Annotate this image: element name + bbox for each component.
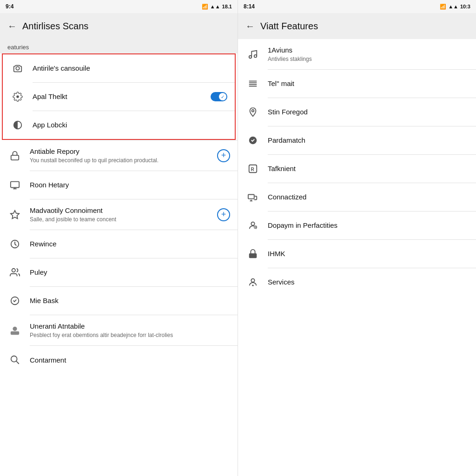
svg-point-27	[251, 222, 254, 225]
item-title-puley: Puley	[30, 268, 230, 277]
svg-point-8	[12, 269, 15, 272]
antiable-plus[interactable]: +	[217, 149, 230, 162]
list-item-contarment[interactable]: Contarment	[0, 346, 238, 374]
item-subtitle-madvaotily: Salle, and josible to teame concent	[30, 216, 213, 224]
list-item-tafknient[interactable]: R Tafknient	[238, 155, 476, 183]
plus-button-2[interactable]: +	[217, 208, 230, 221]
person-badge-icon: i	[245, 218, 260, 233]
svg-point-14	[249, 55, 252, 58]
item-content-puley: Puley	[30, 268, 230, 277]
list-item-connactized[interactable]: Connactized	[238, 183, 476, 211]
camera-icon	[10, 61, 25, 76]
right-back-button[interactable]: ←	[245, 21, 255, 32]
item-title-pardamatch: Pardamatch	[268, 136, 469, 145]
item-title-antiable: Antiable Repory	[30, 147, 213, 156]
left-page-title: Antirlises Scans	[22, 21, 88, 32]
right-header: ← Viatt Features	[238, 13, 476, 39]
search-icon	[7, 352, 22, 367]
item-title-applock: App Lobcki	[33, 120, 227, 130]
left-time: 9:4	[6, 3, 13, 10]
item-title-dopaym: Dopaym in Perfactities	[268, 221, 469, 230]
circle-half-icon	[10, 118, 25, 132]
list-item-ihmk[interactable]: IHMK	[238, 240, 476, 268]
svg-rect-24	[248, 195, 254, 199]
item-content-madvaotily: Madvaotily Connoiment Salle, and josible…	[30, 206, 213, 223]
item-subtitle-uneranti: Pesblect foy erat obemtions altir beadej…	[30, 332, 230, 339]
item-title-stin-foregod: Stin Foregod	[268, 107, 469, 117]
plus-button[interactable]: +	[217, 149, 230, 162]
right-status-icons: 📶 ▲▲ 10:3	[440, 4, 470, 10]
item-subtitle-antiable: You nustall beconifed up to quil preciat…	[30, 157, 213, 165]
right-battery: 10:3	[460, 4, 470, 9]
person-service-icon	[245, 275, 260, 290]
svg-text:i: i	[255, 226, 256, 229]
item-subtitle-1aviuns: Antivlies staklings	[268, 56, 469, 63]
list-item-1aviuns[interactable]: 1Aviuns Antivlies staklings	[238, 39, 476, 69]
lock-solid-icon	[245, 246, 260, 261]
item-title-antivirle: Antirile's cansouile	[33, 64, 227, 73]
item-title-services: Services	[268, 278, 469, 287]
item-title-contarment: Contarment	[30, 356, 230, 365]
list-item-puley[interactable]: Puley	[0, 258, 238, 286]
item-content-mie-bask: Mie Bask	[30, 296, 230, 305]
left-scroll-area: Antiable Repory You nustall beconifed up…	[0, 140, 238, 476]
left-status-bar: 9:4 📶 ▲▲ 18.1	[0, 0, 238, 13]
list-item-dopaym[interactable]: i Dopaym in Perfactities	[238, 212, 476, 239]
right-panel: 8:14 📶 ▲▲ 10:3 ← Viatt Features 1Aviuns …	[238, 0, 476, 476]
item-title-roon: Roon Hetary	[30, 180, 230, 190]
list-item-apal-thelkt[interactable]: Apal Thelkt	[3, 83, 235, 111]
left-section-label: eaturies	[0, 39, 238, 53]
list-item-rewince[interactable]: Rewince	[0, 230, 238, 258]
right-time: 8:14	[244, 3, 255, 10]
list-item-app-lock[interactable]: App Lobcki	[3, 111, 235, 139]
item-title-mie-bask: Mie Bask	[30, 296, 230, 305]
madvaotily-plus[interactable]: +	[217, 208, 230, 221]
right-wifi-icon: 📶	[440, 4, 446, 10]
svg-rect-2	[11, 155, 19, 160]
item-content-uneranti: Uneranti Atntabile Pesblect foy erat obe…	[30, 322, 230, 339]
item-content-pardamatch: Pardamatch	[268, 136, 469, 145]
item-content-tel-mait: Tel" mait	[268, 79, 469, 88]
svg-rect-30	[249, 253, 257, 258]
menu-lines-icon	[245, 76, 260, 91]
item-content-contarment: Contarment	[30, 356, 230, 365]
list-item-antivirle-console[interactable]: Antirile's cansouile	[3, 54, 235, 82]
list-item-mie-bask[interactable]: Mie Bask	[0, 287, 238, 315]
list-item-stin-foregod[interactable]: Stin Foregod	[238, 98, 476, 126]
item-content-services: Services	[268, 278, 469, 287]
list-item-madvaotily[interactable]: Madvaotily Connoiment Salle, and josible…	[0, 199, 238, 230]
item-title-tafknient: Tafknient	[268, 164, 469, 173]
item-title-madvaotily: Madvaotily Connoiment	[30, 206, 213, 215]
left-status-icons: 📶 ▲▲ 18.1	[202, 4, 232, 10]
battery-left: 18.1	[222, 4, 232, 9]
person-avatar-icon	[7, 323, 22, 338]
list-item-roon-hetary[interactable]: Roon Hetary	[0, 171, 238, 199]
toggle-switch[interactable]	[211, 92, 227, 101]
star-icon	[7, 207, 22, 222]
left-back-button[interactable]: ←	[7, 21, 17, 32]
item-content-1aviuns: 1Aviuns Antivlies staklings	[268, 46, 469, 63]
list-item-services[interactable]: Services	[238, 268, 476, 296]
list-item-uneranti[interactable]: Uneranti Atntabile Pesblect foy erat obe…	[0, 315, 238, 345]
item-content-dopaym: Dopaym in Perfactities	[268, 221, 469, 230]
svg-point-31	[251, 279, 254, 282]
svg-point-15	[254, 54, 257, 57]
svg-line-13	[16, 361, 19, 364]
item-title-connactized: Connactized	[268, 192, 469, 202]
list-item-pardamatch[interactable]: Pardamatch	[238, 126, 476, 154]
svg-rect-10	[11, 331, 19, 335]
item-title-uneranti: Uneranti Atntabile	[30, 322, 230, 331]
item-content-ihmk: IHMK	[268, 249, 469, 258]
svg-text:R: R	[251, 167, 254, 172]
svg-point-20	[252, 110, 254, 112]
right-page-title: Viatt Features	[260, 21, 318, 32]
red-outline-section: Antirile's cansouile Apal Thelkt App Lob…	[2, 53, 236, 140]
list-item-tel-mait[interactable]: Tel" mait	[238, 70, 476, 98]
list-item-antiable-repory[interactable]: Antiable Repory You nustall beconifed up…	[0, 140, 238, 171]
item-content-stin-foregod: Stin Foregod	[268, 107, 469, 117]
apal-toggle[interactable]	[211, 92, 227, 101]
item-content-apal: Apal Thelkt	[33, 92, 207, 101]
item-content-connactized: Connactized	[268, 192, 469, 202]
item-title-tel-mait: Tel" mait	[268, 79, 469, 88]
location-pin-icon	[245, 105, 260, 119]
